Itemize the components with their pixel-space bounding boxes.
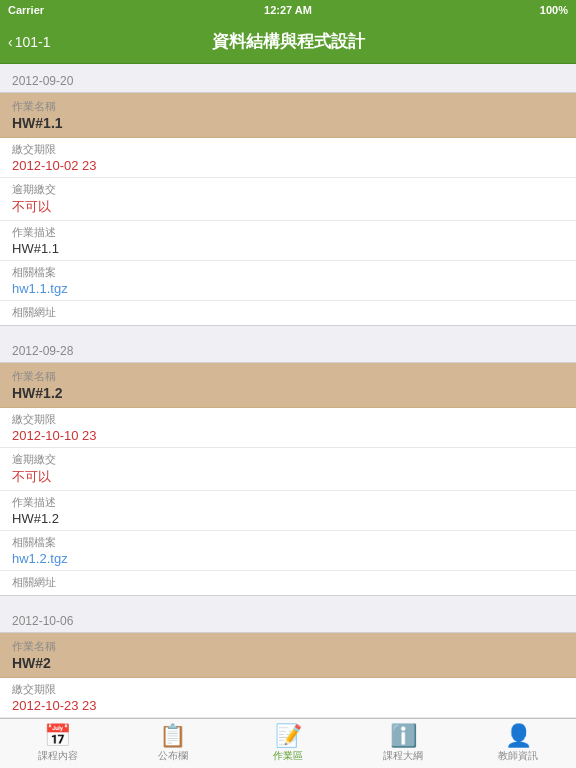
status-bar: Carrier 12:27 AM 100% (0, 0, 576, 20)
assignment-card-0: 作業名稱 HW#1.1 繳交期限 2012-10-02 23 逾期繳交 不可以 … (0, 92, 576, 326)
url-label-1: 相關網址 (12, 575, 564, 590)
carrier-label: Carrier (8, 4, 44, 16)
tab-course-content[interactable]: 📅 課程內容 (0, 719, 115, 768)
time-label: 12:27 AM (264, 4, 312, 16)
chevron-left-icon: ‹ (8, 34, 13, 50)
battery-label: 100% (540, 4, 568, 16)
name-row-2: 作業名稱 HW#2 (0, 633, 576, 678)
tab-homework-label: 作業區 (273, 749, 303, 763)
tab-course-content-label: 課程內容 (38, 749, 78, 763)
syllabus-icon: ℹ️ (390, 725, 417, 747)
assignment-card-1: 作業名稱 HW#1.2 繳交期限 2012-10-10 23 逾期繳交 不可以 … (0, 362, 576, 596)
url-row-0: 相關網址 (0, 301, 576, 325)
name-value-2: HW#2 (12, 655, 564, 671)
deadline-label-0: 繳交期限 (12, 142, 564, 157)
name-row-1: 作業名稱 HW#1.2 (0, 363, 576, 408)
deadline-row-0: 繳交期限 2012-10-02 23 (0, 138, 576, 178)
person-icon: 👤 (505, 725, 532, 747)
file-label-1: 相關檔案 (12, 535, 564, 550)
file-value-1[interactable]: hw1.2.tgz (12, 551, 564, 566)
deadline-label-1: 繳交期限 (12, 412, 564, 427)
name-label-1: 作業名稱 (12, 369, 564, 384)
desc-value-1: HW#1.2 (12, 511, 564, 526)
tab-bar: 📅 課程內容 📋 公布欄 📝 作業區 ℹ️ 課程大綱 👤 教師資訊 (0, 718, 576, 768)
late-row-0: 逾期繳交 不可以 (0, 178, 576, 221)
back-label: 101-1 (15, 34, 51, 50)
tab-syllabus-label: 課程大綱 (383, 749, 423, 763)
tab-syllabus[interactable]: ℹ️ 課程大綱 (346, 719, 461, 768)
late-label-0: 逾期繳交 (12, 182, 564, 197)
bulletin-icon: 📋 (159, 725, 186, 747)
deadline-value-0: 2012-10-02 23 (12, 158, 564, 173)
late-value-1: 不可以 (12, 468, 564, 486)
deadline-value-2: 2012-10-23 23 (12, 698, 564, 713)
section-date-0: 2012-09-20 (0, 64, 576, 92)
file-value-0[interactable]: hw1.1.tgz (12, 281, 564, 296)
tab-bulletin[interactable]: 📋 公布欄 (115, 719, 230, 768)
desc-label-0: 作業描述 (12, 225, 564, 240)
desc-value-0: HW#1.1 (12, 241, 564, 256)
file-row-0: 相關檔案 hw1.1.tgz (0, 261, 576, 301)
name-row-0: 作業名稱 HW#1.1 (0, 93, 576, 138)
name-label-0: 作業名稱 (12, 99, 564, 114)
desc-row-0: 作業描述 HW#1.1 (0, 221, 576, 261)
url-label-0: 相關網址 (12, 305, 564, 320)
tab-bulletin-label: 公布欄 (158, 749, 188, 763)
url-row-1: 相關網址 (0, 571, 576, 595)
desc-row-1: 作業描述 HW#1.2 (0, 491, 576, 531)
content-area: 2012-09-20 作業名稱 HW#1.1 繳交期限 2012-10-02 2… (0, 64, 576, 768)
late-row-1: 逾期繳交 不可以 (0, 448, 576, 491)
section-date-1: 2012-09-28 (0, 334, 576, 362)
nav-bar: ‹ 101-1 資料結構與程式設計 (0, 20, 576, 64)
deadline-row-1: 繳交期限 2012-10-10 23 (0, 408, 576, 448)
back-button[interactable]: ‹ 101-1 (8, 34, 50, 50)
tab-teacher-info-label: 教師資訊 (498, 749, 538, 763)
file-row-1: 相關檔案 hw1.2.tgz (0, 531, 576, 571)
deadline-label-2: 繳交期限 (12, 682, 564, 697)
desc-label-1: 作業描述 (12, 495, 564, 510)
late-label-1: 逾期繳交 (12, 452, 564, 467)
name-label-2: 作業名稱 (12, 639, 564, 654)
name-value-0: HW#1.1 (12, 115, 564, 131)
homework-icon: 📝 (275, 725, 302, 747)
tab-teacher-info[interactable]: 👤 教師資訊 (461, 719, 576, 768)
tab-homework[interactable]: 📝 作業區 (230, 719, 345, 768)
calendar-icon: 📅 (44, 725, 71, 747)
deadline-value-1: 2012-10-10 23 (12, 428, 564, 443)
page-title: 資料結構與程式設計 (212, 30, 365, 53)
late-value-0: 不可以 (12, 198, 564, 216)
section-date-2: 2012-10-06 (0, 604, 576, 632)
name-value-1: HW#1.2 (12, 385, 564, 401)
deadline-row-2: 繳交期限 2012-10-23 23 (0, 678, 576, 718)
file-label-0: 相關檔案 (12, 265, 564, 280)
